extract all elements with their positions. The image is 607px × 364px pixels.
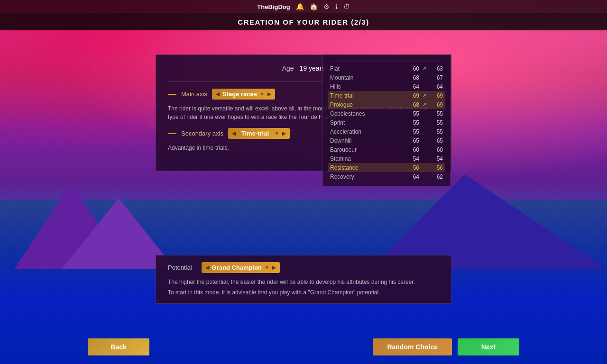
- stat-name: Resistance: [330, 164, 405, 171]
- stat-val1: 64: [405, 173, 419, 180]
- stat-val2: 67: [429, 74, 443, 81]
- stat-arrow: ↗: [419, 65, 429, 72]
- stat-val2: 60: [429, 146, 443, 153]
- stat-val1: 60: [405, 146, 419, 153]
- main-axis-value: Stage races: [222, 91, 257, 98]
- age-label: Age: [282, 64, 294, 72]
- stat-val1: 64: [405, 83, 419, 90]
- stat-name: Sprint: [330, 119, 405, 126]
- stat-name: Downhill: [330, 137, 405, 144]
- stat-row: Hills6464: [330, 82, 443, 91]
- potential-label: Potential: [168, 264, 192, 271]
- stat-arrow: ↗: [419, 92, 429, 99]
- stat-val1: 56: [405, 164, 419, 171]
- home-icon[interactable]: 🏠: [310, 3, 318, 10]
- stat-name: Acceleration: [330, 128, 405, 135]
- bottom-bar: Back Random Choice Next: [0, 338, 607, 355]
- stat-row: Downhill6565: [330, 136, 443, 145]
- potential-left-arrow: ◀: [205, 264, 209, 271]
- stat-val1: 55: [405, 110, 419, 117]
- stat-name: Cobblestones: [330, 110, 405, 117]
- main-axis-left-arrow: ◀: [216, 91, 220, 97]
- stat-val2: 54: [429, 155, 443, 162]
- stat-val1: 60: [405, 65, 419, 72]
- stat-row: Acceleration5555: [330, 127, 443, 136]
- potential-right-arrow: ▶: [272, 264, 276, 271]
- page-title: CREATION OF YOUR RIDER (2/3): [238, 18, 369, 26]
- username: TheBigDog: [257, 3, 290, 10]
- potential-chevron: ▼: [265, 265, 269, 270]
- stat-val2: 64: [429, 83, 443, 90]
- potential-dropdown[interactable]: ◀ Grand Champion ▼ ▶: [202, 262, 280, 273]
- stat-val2: 63: [429, 65, 443, 72]
- stat-row: Stamina5454: [330, 154, 443, 163]
- stat-row: Time-trial69↗69: [328, 91, 445, 100]
- stat-val2: 62: [429, 173, 443, 180]
- stat-val2: 69: [429, 92, 443, 99]
- stat-val1: 55: [405, 128, 419, 135]
- back-button[interactable]: Back: [88, 338, 149, 355]
- info-icon[interactable]: ℹ: [335, 3, 338, 10]
- stat-name: Time-trial: [330, 92, 405, 99]
- top-bar: TheBigDog 🔔 🏠 ⚙ ℹ ⏱: [0, 0, 607, 13]
- age-value: 19 years: [300, 64, 325, 72]
- stat-name: Prologue: [330, 101, 405, 108]
- secondary-axis-label: Secondary axis: [181, 130, 223, 137]
- stat-val2: 65: [429, 137, 443, 144]
- stat-arrow: ↗: [419, 101, 429, 108]
- stat-val2: 55: [429, 119, 443, 126]
- stat-name: Flat: [330, 65, 405, 72]
- stat-row: Resistance5656: [328, 163, 445, 172]
- potential-row: Potential ◀ Grand Champion ▼ ▶: [168, 262, 439, 273]
- stat-name: Stamina: [330, 155, 405, 162]
- potential-section: Potential ◀ Grand Champion ▼ ▶ The highe…: [156, 255, 451, 304]
- main-axis-dash: —: [168, 89, 176, 99]
- stat-val1: 69: [405, 92, 419, 99]
- potential-description-line1: The higher the potential, the easier the…: [168, 278, 439, 286]
- stat-row: Recovery6462: [330, 172, 443, 181]
- secondary-axis-chevron: ▼: [275, 131, 279, 136]
- next-button[interactable]: Next: [458, 338, 519, 355]
- secondary-axis-dash: —: [168, 128, 176, 138]
- stat-row: Baroudeur6060: [330, 145, 443, 154]
- stats-rows: Flat60↗63Mountain6867Hills6464Time-trial…: [330, 64, 443, 181]
- stat-name: Mountain: [330, 74, 405, 81]
- stat-val2: 56: [429, 164, 443, 171]
- stat-row: Prologue68↗69: [328, 100, 445, 109]
- stat-row: Flat60↗63: [330, 64, 443, 73]
- stat-name: Recovery: [330, 173, 405, 180]
- stat-val2: 69: [429, 101, 443, 108]
- stat-val1: 68: [405, 101, 419, 108]
- secondary-axis-value: Time-trial: [239, 130, 272, 137]
- title-bar: CREATION OF YOUR RIDER (2/3): [0, 13, 607, 30]
- stat-val1: 54: [405, 155, 419, 162]
- stat-row: Mountain6867: [330, 73, 443, 82]
- secondary-axis-left-arrow: ◀: [232, 130, 236, 136]
- stat-row: Sprint5555: [330, 118, 443, 127]
- main-axis-right-arrow: ▶: [267, 91, 271, 97]
- stat-name: Hills: [330, 83, 405, 90]
- stats-panel: Flat60↗63Mountain6867Hills6464Time-trial…: [322, 55, 451, 186]
- stat-val1: 55: [405, 119, 419, 126]
- main-axis-label: Main axis: [181, 91, 207, 98]
- stat-val1: 68: [405, 74, 419, 81]
- main-axis-dropdown[interactable]: ◀ Stage races ▼ ▶: [212, 89, 275, 100]
- secondary-axis-right-arrow: ▶: [282, 130, 286, 136]
- stat-val2: 55: [429, 110, 443, 117]
- main-axis-chevron: ▼: [260, 91, 265, 97]
- random-choice-button[interactable]: Random Choice: [373, 338, 452, 355]
- notification-icon[interactable]: 🔔: [296, 3, 304, 10]
- gear-icon[interactable]: ⚙: [323, 3, 330, 10]
- stats-header: [330, 60, 443, 62]
- stat-val2: 55: [429, 128, 443, 135]
- stat-val1: 65: [405, 137, 419, 144]
- stat-row: Cobblestones5555: [330, 109, 443, 118]
- potential-value: Grand Champion: [212, 264, 262, 271]
- secondary-axis-dropdown[interactable]: ◀ Time-trial ▼ ▶: [228, 128, 290, 139]
- stat-name: Baroudeur: [330, 146, 405, 153]
- potential-description-line2: To start in this mode, it is advisable t…: [168, 288, 439, 297]
- timer-icon[interactable]: ⏱: [343, 3, 350, 10]
